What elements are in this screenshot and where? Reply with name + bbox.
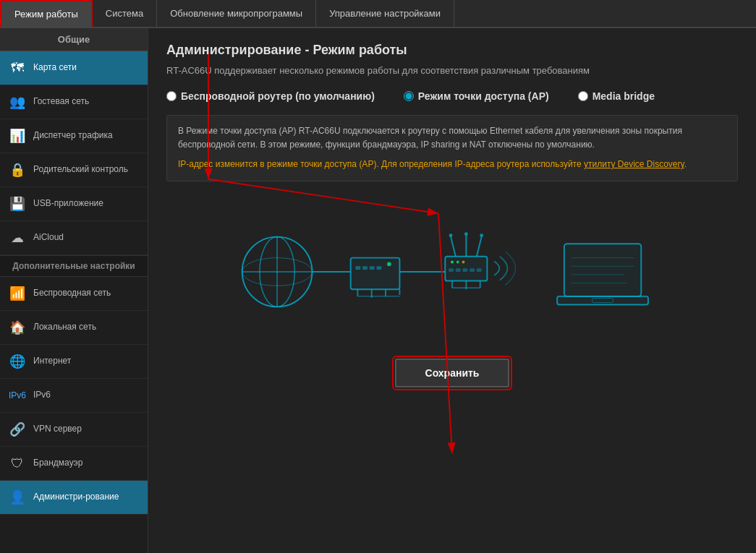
sidebar-item-aicloud[interactable]: ☁ AiCloud xyxy=(0,221,148,255)
top-navigation: Режим работы Система Обновление микропро… xyxy=(0,0,756,28)
svg-line-20 xyxy=(451,236,456,256)
content-area: Администрирование - Режим работы RT-AC66… xyxy=(148,28,756,553)
sidebar-item-label: AiCloud xyxy=(33,232,64,244)
dispatcher-icon: 📊 xyxy=(7,126,27,146)
besprov-set-icon: 📶 xyxy=(7,283,27,304)
internet-icon: 🌐 xyxy=(7,351,27,372)
sidebar-item-label: Брандмауэр xyxy=(33,458,82,469)
radio-label-media-bridge: Media bridge xyxy=(593,90,655,102)
vpn-icon: 🔗 xyxy=(7,419,27,440)
content-inner: Администрирование - Режим работы RT-AC66… xyxy=(148,28,756,416)
radio-label-tochka-dostupa: Режим точки доступа (AP) xyxy=(418,90,549,102)
sidebar-item-administrirovanie[interactable]: 👤 Администри-рование xyxy=(0,481,148,515)
radio-option-besprov-router[interactable]: Беспроводной роутер (по умолчанию) xyxy=(166,90,375,102)
brandmauer-icon: 🛡 xyxy=(7,453,27,473)
sidebar-item-brandmauer[interactable]: 🛡 Брандмауэр xyxy=(0,447,148,481)
sidebar-item-label: Администри-рование xyxy=(33,492,119,503)
radio-label-besprov-router: Беспроводной роутер (по умолчанию) xyxy=(181,90,375,102)
svg-rect-36 xyxy=(456,268,461,272)
svg-point-34 xyxy=(462,260,465,263)
svg-rect-39 xyxy=(477,268,482,272)
gostevaya-set-icon: 👥 xyxy=(7,92,27,112)
save-button[interactable]: Сохранить xyxy=(395,359,510,387)
svg-point-32 xyxy=(451,260,454,263)
sidebar-item-label: IPv6 xyxy=(33,390,51,401)
description-box: В Режиме точки доступа (AP) RT-AC66U под… xyxy=(166,115,738,181)
sidebar-item-label: Диспетчер трафика xyxy=(33,130,113,142)
sidebar-item-label: Карта сети xyxy=(33,62,77,74)
sidebar: Общие 🗺 Карта сети 👥 Гостевая сеть 📊 Дис… xyxy=(0,28,148,553)
sidebar-section-advanced: Дополнительные настройки xyxy=(0,255,148,277)
save-area: Сохранить xyxy=(166,359,738,387)
warning-before: IP-адрес изменится в режиме точки доступ… xyxy=(178,159,584,169)
svg-point-24 xyxy=(464,232,468,236)
svg-rect-35 xyxy=(449,268,454,272)
sidebar-item-vpn[interactable]: 🔗 VPN сервер xyxy=(0,413,148,447)
svg-rect-38 xyxy=(470,268,475,272)
sidebar-item-gostevaya-set[interactable]: 👥 Гостевая сеть xyxy=(0,85,148,119)
sidebar-item-label: Локальная сеть xyxy=(33,322,96,333)
roditelskiy-icon: 🔒 xyxy=(7,160,27,180)
svg-point-23 xyxy=(449,233,453,237)
ipv6-icon: IPv6 xyxy=(7,385,27,406)
radio-options-row: Беспроводной роутер (по умолчанию) Режим… xyxy=(166,90,738,102)
svg-point-33 xyxy=(456,260,459,263)
svg-rect-47 xyxy=(557,296,648,304)
radio-option-media-bridge[interactable]: Media bridge xyxy=(578,90,655,102)
svg-rect-37 xyxy=(463,268,468,272)
sidebar-item-karta-seti[interactable]: 🗺 Карта сети xyxy=(0,51,148,85)
svg-rect-18 xyxy=(351,257,400,289)
sidebar-item-label: USB-приложение xyxy=(33,198,103,210)
svg-line-22 xyxy=(477,236,482,256)
page-title: Администрирование - Режим работы xyxy=(166,43,738,58)
sidebar-item-roditelskiy[interactable]: 🔒 Родительский контроль xyxy=(0,153,148,187)
lokalnaya-set-icon: 🏠 xyxy=(7,317,27,338)
radio-besprov-router[interactable] xyxy=(166,91,177,101)
sidebar-item-label: Родительский контроль xyxy=(33,164,128,176)
sidebar-item-dispatcher[interactable]: 📊 Диспетчер трафика xyxy=(0,119,148,153)
sidebar-item-besprov-set[interactable]: 📶 Беспроводная сеть xyxy=(0,277,148,311)
sidebar-item-usb[interactable]: 💾 USB-приложение xyxy=(0,187,148,221)
device-discovery-link[interactable]: утилиту Device Discovery xyxy=(584,159,684,169)
sidebar-item-label: Беспроводная сеть xyxy=(33,288,111,299)
radio-media-bridge[interactable] xyxy=(578,91,588,101)
warning-after: . xyxy=(684,159,687,169)
administrirovanie-icon: 👤 xyxy=(7,487,27,507)
page-subtitle: RT-AC66U поддерживает несколько режимов … xyxy=(166,65,738,76)
sidebar-item-lokalnaya-set[interactable]: 🏠 Локальная сеть xyxy=(0,311,148,345)
usb-icon: 💾 xyxy=(7,194,27,214)
karta-seti-icon: 🗺 xyxy=(7,58,27,78)
sidebar-item-label: Интернет xyxy=(33,356,71,367)
svg-point-25 xyxy=(480,233,483,237)
sidebar-item-label: Гостевая сеть xyxy=(33,96,89,108)
svg-rect-41 xyxy=(564,244,641,296)
warning-text: IP-адрес изменится в режиме точки доступ… xyxy=(178,158,726,171)
nav-obnovlenie[interactable]: Обновление микропрограммы xyxy=(157,0,316,27)
radio-tochka-dostupa[interactable] xyxy=(404,91,414,101)
nav-upravlenie[interactable]: Управление настройками xyxy=(316,0,454,27)
main-layout: Общие 🗺 Карта сети 👥 Гостевая сеть 📊 Дис… xyxy=(0,28,756,553)
sidebar-section-general: Общие xyxy=(0,28,148,51)
aicloud-icon: ☁ xyxy=(7,228,27,248)
sidebar-item-label: VPN сервер xyxy=(33,424,82,435)
nav-rezim-raboty[interactable]: Режим работы xyxy=(0,0,93,27)
sidebar-item-internet[interactable]: 🌐 Интернет xyxy=(0,345,148,379)
network-diagram-area xyxy=(166,192,738,351)
sidebar-item-ipv6[interactable]: IPv6 IPv6 xyxy=(0,379,148,413)
radio-option-tochka-dostupa[interactable]: Режим точки доступа (AP) xyxy=(404,90,549,102)
nav-sistema[interactable]: Система xyxy=(93,0,157,27)
network-diagram-svg xyxy=(235,207,669,337)
description-text: В Режиме точки доступа (AP) RT-AC66U под… xyxy=(178,126,682,150)
